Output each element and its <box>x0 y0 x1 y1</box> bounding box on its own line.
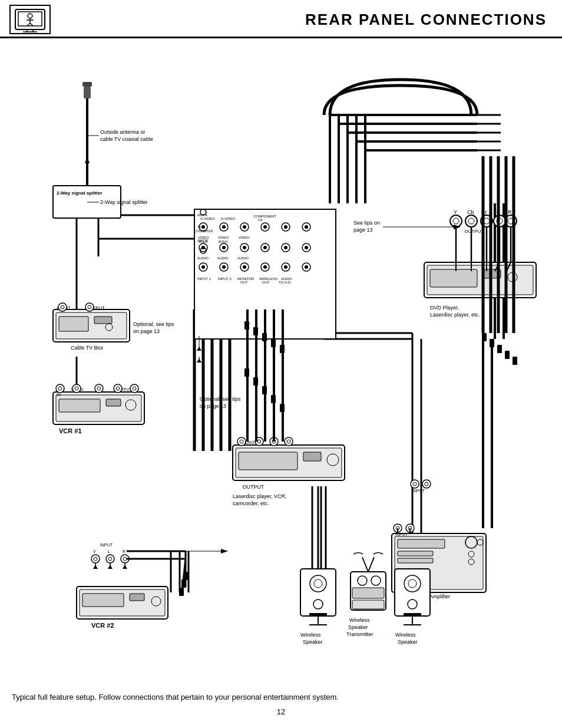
svg-point-121 <box>450 215 462 227</box>
svg-text:Cable TV Box: Cable TV Box <box>71 345 104 351</box>
page-title: REAR PANEL CONNECTIONS <box>51 11 553 29</box>
svg-text:Wireless: Wireless <box>349 617 370 623</box>
svg-point-5 <box>28 14 32 18</box>
svg-point-184 <box>130 384 138 393</box>
svg-marker-223 <box>93 565 98 569</box>
svg-point-80 <box>243 246 246 249</box>
svg-rect-190 <box>303 452 321 461</box>
svg-rect-319 <box>82 82 92 87</box>
svg-text:VIDEO: VIDEO <box>218 236 229 239</box>
svg-rect-209 <box>82 594 124 607</box>
svg-text:TO: TO <box>197 225 203 229</box>
svg-text:on page 13: on page 13 <box>133 328 160 334</box>
svg-marker-299 <box>221 549 228 554</box>
svg-point-99 <box>284 265 287 269</box>
footer-caption: Typical full feature setup. Follow conne… <box>0 687 562 707</box>
svg-point-95 <box>243 265 246 269</box>
svg-rect-156 <box>94 317 112 324</box>
svg-point-69 <box>305 225 308 229</box>
svg-text:Y: Y <box>454 209 457 215</box>
svg-rect-284 <box>244 368 249 377</box>
svg-point-216 <box>91 555 100 563</box>
svg-text:Speaker: Speaker <box>398 639 418 645</box>
svg-point-65 <box>263 225 267 229</box>
svg-point-180 <box>95 384 103 393</box>
svg-text:S-VIDEO: S-VIDEO <box>221 217 236 220</box>
svg-text:IN: IN <box>57 393 61 397</box>
svg-point-162 <box>85 303 94 311</box>
svg-text:TO H.D.: TO H.D. <box>279 281 292 284</box>
svg-line-261 <box>368 557 374 572</box>
svg-rect-280 <box>253 327 258 335</box>
svg-rect-334 <box>482 333 487 341</box>
svg-marker-225 <box>108 565 113 569</box>
svg-text:Outside antenna or: Outside antenna or <box>100 129 146 135</box>
svg-text:Cb: Cb <box>258 218 263 222</box>
svg-point-63 <box>243 225 246 229</box>
svg-text:OUT: OUT <box>240 281 248 284</box>
svg-line-260 <box>362 557 368 572</box>
svg-rect-285 <box>253 377 258 386</box>
svg-rect-338 <box>513 357 517 365</box>
svg-point-203 <box>285 437 293 446</box>
svg-text:VIDEO: VIDEO <box>239 236 250 239</box>
svg-text:VCR #2: VCR #2 <box>91 622 114 629</box>
svg-marker-314 <box>197 347 201 351</box>
diagram-area: S-VIDEO S-VIDEO COMPONENT Cb VIDEO VIDEO… <box>0 38 562 687</box>
svg-text:Optional, see tips: Optional, see tips <box>133 321 174 327</box>
svg-text:DVD Player,: DVD Player, <box>430 305 459 311</box>
svg-rect-286 <box>262 386 267 394</box>
svg-point-86 <box>305 246 308 249</box>
svg-point-93 <box>222 265 226 269</box>
svg-point-176 <box>56 384 64 393</box>
svg-text:OUTPUT: OUTPUT <box>243 484 265 490</box>
svg-text:Wireless: Wireless <box>300 632 321 638</box>
page-header: REAR PANEL CONNECTIONS <box>0 0 562 38</box>
svg-text:INPUT: INPUT <box>412 489 425 493</box>
svg-rect-233 <box>398 558 433 563</box>
svg-point-97 <box>263 265 267 269</box>
svg-text:2-Way signal splitter: 2-Way signal splitter <box>57 190 103 196</box>
svg-point-61 <box>222 225 226 229</box>
svg-text:cable TV coaxial cable: cable TV coaxial cable <box>100 136 153 142</box>
svg-rect-283 <box>280 345 285 353</box>
svg-point-123 <box>465 215 477 227</box>
svg-point-307 <box>422 480 431 488</box>
svg-rect-232 <box>398 551 433 556</box>
svg-rect-336 <box>497 345 502 353</box>
svg-text:INPUT: INPUT <box>100 543 113 547</box>
svg-rect-259 <box>352 600 384 609</box>
svg-text:2-Way signal splitter: 2-Way signal splitter <box>100 199 148 205</box>
svg-rect-337 <box>505 351 510 359</box>
svg-rect-288 <box>280 404 285 412</box>
svg-text:R: R <box>123 549 125 554</box>
svg-text:V: V <box>93 549 96 554</box>
svg-text:AUDIO: AUDIO <box>197 256 209 260</box>
svg-rect-297 <box>179 588 184 596</box>
svg-text:COMPONENT: COMPONENT <box>253 215 276 218</box>
svg-text:Speaker: Speaker <box>303 639 323 645</box>
svg-rect-143 <box>430 269 477 287</box>
svg-marker-227 <box>123 565 127 569</box>
svg-text:on page 13: on page 13 <box>200 403 226 409</box>
svg-text:CONVERTER: CONVERTER <box>194 229 213 233</box>
svg-point-197 <box>237 437 246 446</box>
svg-rect-269 <box>404 613 421 616</box>
svg-point-178 <box>72 384 81 393</box>
svg-point-305 <box>411 480 419 488</box>
svg-point-160 <box>58 303 67 311</box>
svg-point-67 <box>284 225 287 229</box>
svg-rect-295 <box>184 572 189 580</box>
svg-point-182 <box>114 384 122 393</box>
svg-point-101 <box>305 265 308 269</box>
svg-text:AUDIO: AUDIO <box>237 256 249 260</box>
svg-rect-189 <box>239 452 297 470</box>
svg-point-82 <box>263 246 267 249</box>
svg-marker-316 <box>197 358 201 363</box>
svg-text:MONO: MONO <box>219 240 228 243</box>
svg-rect-282 <box>271 339 276 347</box>
svg-text:Transmitter: Transmitter <box>346 631 373 637</box>
svg-text:camcorder, etc.: camcorder, etc. <box>233 500 269 506</box>
caption-text: Typical full feature setup. Follow conne… <box>12 693 550 701</box>
svg-rect-258 <box>352 588 384 598</box>
